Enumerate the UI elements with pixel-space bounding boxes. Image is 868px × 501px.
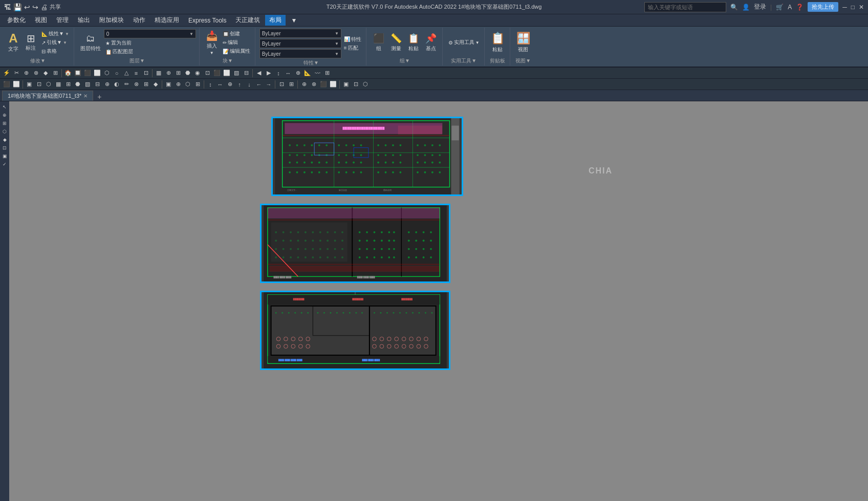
clipboard-paste-btn[interactable]: 📋 粘贴 (489, 29, 507, 56)
props-btn[interactable]: 📊 特性 (342, 35, 363, 43)
menu-item-express-tools[interactable]: Express Tools (184, 16, 230, 25)
tb-btn-12[interactable]: ○ (112, 69, 121, 78)
tb3-btn-7[interactable]: ⊞ (63, 80, 73, 89)
measure-btn[interactable]: 📏 测量 (388, 29, 404, 56)
tb-btn-6[interactable]: ⊞ (51, 69, 60, 78)
menu-item-view[interactable]: 视图 (31, 15, 51, 26)
tb-btn-21[interactable]: ⊡ (203, 69, 212, 78)
tb-btn-26[interactable]: ◀ (254, 69, 264, 78)
tb-btn-23[interactable]: ⬜ (222, 69, 231, 78)
minimize-btn[interactable]: ─ (842, 4, 847, 11)
tb3-btn-22[interactable]: ↔ (215, 80, 225, 89)
tb3-btn-16[interactable]: ◆ (151, 80, 160, 89)
tb3-btn-28[interactable]: ⊡ (277, 80, 286, 89)
tb-btn-10[interactable]: ⬜ (93, 69, 102, 78)
tb-btn-18[interactable]: ⊞ (173, 69, 183, 78)
tb-btn-22[interactable]: ⬛ (212, 69, 222, 78)
tb-btn-9[interactable]: ⬛ (83, 69, 92, 78)
menu-item-layout[interactable]: 布局 (265, 15, 286, 26)
tb3-btn-20[interactable]: ⊞ (193, 80, 202, 89)
tb3-btn-9[interactable]: ▧ (83, 80, 92, 89)
tb3-btn-29[interactable]: ⊞ (287, 80, 296, 89)
tb-btn-13[interactable]: △ (122, 69, 131, 78)
tb3-btn-24[interactable]: ↑ (235, 80, 244, 89)
paste-btn[interactable]: 📋 粘贴 (405, 29, 422, 56)
dimension-btn[interactable]: ⊞ 标注 (23, 29, 39, 56)
group-btn[interactable]: ⬛ 组 (371, 29, 387, 56)
ltb-btn-1[interactable]: ↖ (1, 103, 8, 111)
tb-btn-28[interactable]: ↕ (274, 69, 283, 78)
search-input[interactable] (644, 2, 726, 12)
table-btn[interactable]: ⊟ 表格 (40, 47, 71, 55)
tb-btn-25[interactable]: ⊟ (242, 69, 251, 78)
ltb-btn-8[interactable]: ✓ (1, 161, 8, 168)
share-btn[interactable]: 共享 (50, 3, 61, 11)
tb3-btn-5[interactable]: ⬡ (44, 80, 53, 89)
menu-item-manage[interactable]: 管理 (52, 15, 73, 26)
view-btn[interactable]: 🪟 视图 (514, 29, 532, 56)
tb-btn-32[interactable]: 〰 (313, 69, 322, 78)
tb3-btn-34[interactable]: ▣ (341, 80, 351, 89)
tb3-btn-33[interactable]: ⬜ (329, 80, 338, 89)
ltb-btn-5[interactable]: ◆ (1, 136, 8, 143)
upload-button[interactable]: 抢先上传 (808, 2, 838, 12)
ltb-btn-6[interactable]: ⊡ (1, 144, 8, 151)
search-icon[interactable]: 🔍 (730, 4, 738, 11)
tb-btn-3[interactable]: ⊕ (21, 69, 31, 78)
tb-btn-24[interactable]: ▧ (232, 69, 241, 78)
tb3-btn-35[interactable]: ⊡ (351, 80, 360, 89)
tb-btn-14[interactable]: ≡ (132, 69, 141, 78)
close-btn[interactable]: ✕ (859, 4, 864, 11)
ltb-btn-4[interactable]: ⬡ (1, 128, 8, 135)
undo-icon[interactable]: ↩ (24, 3, 30, 11)
tb3-btn-17[interactable]: ▣ (164, 80, 173, 89)
tb3-btn-26[interactable]: ← (254, 80, 264, 89)
menu-item-action[interactable]: 动作 (129, 15, 149, 26)
tb3-btn-4[interactable]: ⊡ (34, 80, 44, 89)
tb3-btn-13[interactable]: ✏ (122, 80, 131, 89)
redo-icon[interactable]: ↪ (32, 3, 38, 11)
tb-btn-1[interactable]: ⚡ (2, 69, 11, 78)
add-tab-btn[interactable]: + (93, 93, 105, 101)
tb-btn-2[interactable]: ✂ (12, 69, 21, 78)
tb3-btn-6[interactable]: ▦ (54, 80, 63, 89)
file-tab-close[interactable]: ✕ (83, 93, 88, 99)
props-dropdown-2[interactable]: ByLayer ▼ (259, 39, 341, 48)
ltb-btn-7[interactable]: ▣ (1, 153, 8, 160)
edit-attr-btn[interactable]: 📝 编辑属性 (221, 47, 252, 55)
tb3-btn-31[interactable]: ⊗ (309, 80, 318, 89)
match-props-btn[interactable]: ≡ 匹配 (342, 44, 363, 52)
tb3-btn-25[interactable]: ↓ (245, 80, 254, 89)
menu-item-params[interactable]: 参数化 (3, 15, 30, 26)
tb-btn-15[interactable]: ⊡ (141, 69, 150, 78)
file-tab-active[interactable]: 1#地块地下室基础图0711_t3* ✕ (2, 91, 93, 101)
tb3-btn-32[interactable]: ⬛ (319, 80, 328, 89)
tb3-btn-2[interactable]: ⬜ (12, 80, 21, 89)
create-block-btn[interactable]: 🔲 创建 (221, 30, 252, 38)
tb-btn-29[interactable]: ↔ (284, 69, 293, 78)
layer-props-btn[interactable]: 🗂 图层特性 (78, 29, 103, 56)
match-layer-btn[interactable]: 📋 匹配图层 (104, 48, 196, 56)
tb3-btn-14[interactable]: ⊗ (132, 80, 141, 89)
linear-btn[interactable]: 📐 线性▼ ▼ (40, 30, 71, 38)
tb3-btn-27[interactable]: → (264, 80, 273, 89)
tb3-btn-12[interactable]: ◐ (112, 80, 121, 89)
ltb-btn-3[interactable]: ⊞ (1, 120, 8, 127)
tb-btn-8[interactable]: 🔲 (73, 69, 82, 78)
save-icon[interactable]: 💾 (13, 3, 22, 11)
insert-btn[interactable]: 📥 插入 ▼ (204, 29, 220, 56)
edit-block-btn[interactable]: ✏ 编辑 (221, 38, 252, 47)
tb3-btn-19[interactable]: ⬡ (183, 80, 192, 89)
tb-btn-19[interactable]: ⬣ (183, 69, 192, 78)
menu-item-express[interactable]: 精选应用 (150, 15, 183, 26)
tb-btn-33[interactable]: ⊞ (322, 69, 332, 78)
login-btn[interactable]: 登录 (754, 3, 766, 11)
menu-item-addons[interactable]: 附加模块 (95, 15, 128, 26)
menu-item-more[interactable]: ▼ (287, 16, 301, 25)
tb3-btn-21[interactable]: ↕ (206, 80, 215, 89)
tb-btn-17[interactable]: ⊕ (164, 69, 173, 78)
tb3-btn-3[interactable]: ▣ (25, 80, 34, 89)
menu-item-tianzheng[interactable]: 天正建筑 (231, 15, 264, 26)
tb-btn-31[interactable]: 📐 (303, 69, 312, 78)
tb-btn-11[interactable]: ⬡ (102, 69, 112, 78)
